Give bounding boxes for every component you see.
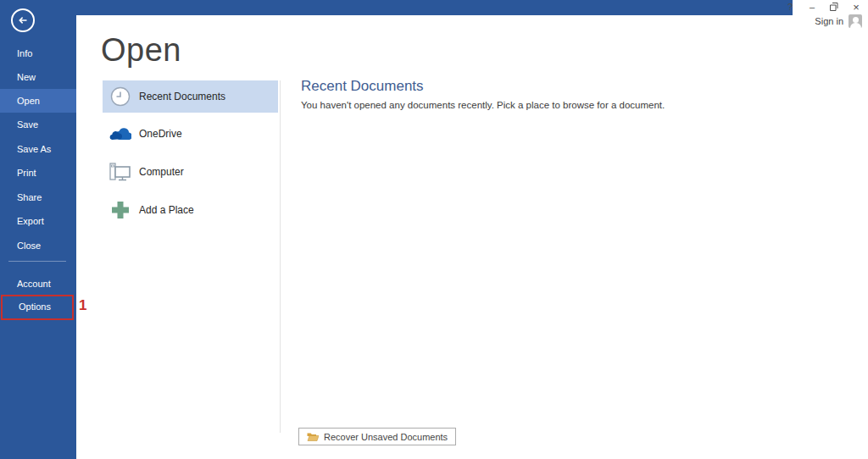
computer-icon	[109, 161, 131, 183]
sidebar-divider	[8, 261, 66, 262]
recent-documents-empty-message: You haven't opened any documents recentl…	[301, 100, 665, 110]
onedrive-cloud-icon	[109, 123, 131, 145]
recover-unsaved-documents-button[interactable]: Recover Unsaved Documents	[298, 428, 456, 445]
back-arrow-icon	[15, 13, 31, 28]
sidebar-item-options[interactable]: Options	[2, 295, 78, 318]
add-place-plus-icon	[109, 199, 131, 221]
page-title: Open	[101, 32, 181, 69]
word-backstage-open-view: ? – × Sign in Info New Open Save Save As…	[0, 0, 868, 459]
place-label: Add a Place	[139, 204, 194, 216]
back-button[interactable]	[11, 8, 35, 32]
title-bar	[0, 0, 793, 15]
place-item-recent-documents[interactable]: Recent Documents	[103, 80, 278, 113]
recent-documents-heading: Recent Documents	[301, 78, 424, 95]
sign-in-link[interactable]: Sign in	[815, 16, 843, 26]
window-controls: ? – ×	[783, 1, 863, 13]
sidebar-item-save[interactable]: Save	[0, 113, 76, 136]
folder-icon	[307, 432, 319, 441]
sidebar-item-close[interactable]: Close	[0, 234, 76, 257]
place-item-onedrive[interactable]: OneDrive	[103, 118, 278, 150]
sign-in-area: Sign in	[815, 14, 862, 28]
panel-divider	[280, 80, 281, 433]
sidebar-item-export[interactable]: Export	[0, 209, 76, 233]
place-label: Recent Documents	[139, 91, 225, 102]
place-label: OneDrive	[139, 128, 182, 140]
minimize-icon[interactable]: –	[805, 1, 819, 13]
sidebar-item-save-as[interactable]: Save As	[0, 137, 76, 161]
restore-icon[interactable]	[827, 1, 841, 13]
sidebar-item-share[interactable]: Share	[0, 185, 76, 209]
annotation-highlight-box: Options	[1, 295, 74, 320]
place-item-add-a-place[interactable]: Add a Place	[103, 194, 278, 226]
place-label: Computer	[139, 166, 184, 178]
sidebar-item-account[interactable]: Account	[0, 272, 76, 296]
sidebar-item-open[interactable]: Open	[0, 89, 76, 113]
recover-button-label: Recover Unsaved Documents	[324, 432, 448, 442]
close-icon[interactable]: ×	[849, 1, 863, 13]
backstage-sidebar: Info New Open Save Save As Print Share E…	[0, 0, 76, 459]
help-icon[interactable]: ?	[783, 1, 797, 13]
user-avatar-icon[interactable]	[849, 14, 862, 28]
sidebar-item-new[interactable]: New	[0, 65, 76, 89]
sidebar-item-info[interactable]: Info	[0, 41, 76, 65]
annotation-step-number: 1	[79, 297, 86, 314]
place-item-computer[interactable]: Computer	[103, 156, 278, 188]
clock-icon	[109, 86, 131, 108]
sidebar-item-print[interactable]: Print	[0, 161, 76, 185]
